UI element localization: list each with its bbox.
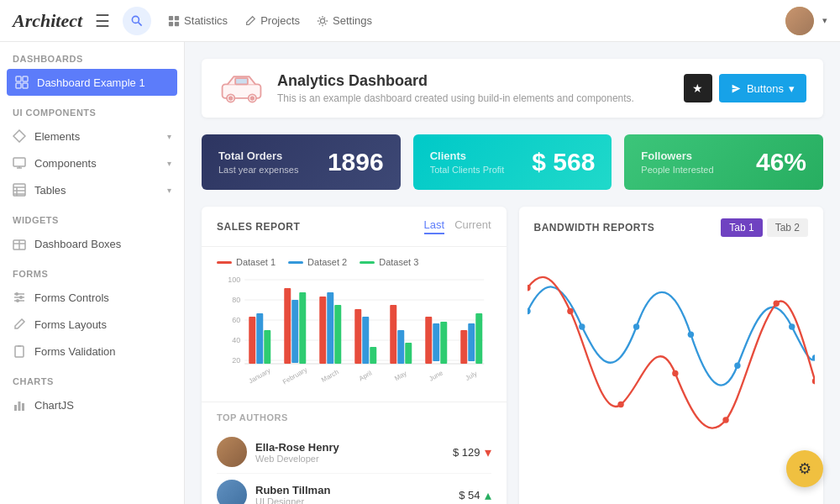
box-icon [13, 237, 26, 250]
section-charts: CHARTS [0, 365, 184, 391]
svg-text:March: March [320, 368, 340, 384]
section-ui-components: UI COMPONENTS [0, 96, 184, 123]
svg-rect-68 [440, 322, 447, 364]
buttons-button[interactable]: Buttons ▾ [719, 74, 806, 102]
svg-marker-11 [13, 130, 25, 142]
legend-dataset1: Dataset 1 [217, 257, 276, 267]
diamond-icon [13, 129, 26, 143]
chart-legend: Dataset 1 Dataset 2 Dataset 3 [217, 257, 491, 267]
table-icon [13, 183, 26, 197]
svg-rect-54 [284, 288, 291, 364]
svg-rect-52 [256, 313, 263, 364]
svg-rect-32 [18, 402, 21, 411]
components-chevron: ▾ [167, 159, 171, 168]
sidebar-item-forms-controls[interactable]: Forms Controls [0, 284, 184, 311]
svg-rect-29 [15, 346, 24, 357]
search-button[interactable] [123, 7, 151, 35]
bandwidth-tab-2[interactable]: Tab 2 [767, 218, 808, 237]
author-1: Ella-Rose Henry Web Developer $ 129 ▾ [217, 431, 491, 474]
svg-point-80 [579, 323, 585, 329]
bandwidth-tab-1[interactable]: Tab 1 [721, 218, 762, 237]
svg-rect-39 [235, 78, 248, 84]
car-icon [218, 72, 265, 104]
sliders-icon [13, 291, 26, 304]
svg-text:June: June [428, 369, 444, 383]
svg-point-88 [617, 402, 623, 407]
svg-rect-59 [334, 305, 341, 364]
stat-clients: Clients Total Clients Profit $ 568 [413, 134, 612, 190]
section-forms: FORMS [0, 257, 184, 284]
svg-point-83 [734, 363, 740, 369]
svg-rect-56 [299, 292, 306, 364]
svg-text:20: 20 [232, 356, 240, 365]
sidebar-item-dashboard-example[interactable]: Dashboard Example 1 [7, 69, 177, 96]
wave-chart [519, 249, 824, 459]
bandwidth-tabs: Tab 1 Tab 2 [721, 218, 808, 237]
tab-last[interactable]: Last [424, 218, 445, 234]
svg-point-37 [229, 97, 233, 100]
nav-projects[interactable]: Projects [244, 14, 300, 27]
avatar-chevron[interactable]: ▾ [822, 15, 827, 26]
svg-text:July: July [465, 370, 479, 382]
nav-settings[interactable]: Settings [317, 14, 372, 27]
clipboard-icon [13, 344, 26, 358]
svg-text:40: 40 [232, 336, 240, 344]
chart-icon [13, 398, 26, 412]
svg-rect-3 [175, 15, 179, 19]
star-button[interactable]: ★ [684, 74, 712, 102]
nav-statistics[interactable]: Statistics [168, 14, 228, 27]
svg-rect-2 [169, 15, 173, 19]
sidebar-item-forms-layouts[interactable]: Forms Layouts [0, 311, 184, 338]
svg-text:60: 60 [232, 316, 240, 324]
bandwidth-chart-svg [528, 257, 816, 459]
stats-row: Total Orders Last year expenses 1896 Cli… [202, 134, 823, 190]
svg-rect-61 [362, 317, 369, 364]
chart-area: Dataset 1 Dataset 2 Dataset 3 [202, 247, 507, 402]
tab-current[interactable]: Current [454, 218, 491, 234]
header-actions: ★ Buttons ▾ [684, 74, 806, 102]
svg-rect-63 [390, 305, 396, 364]
svg-rect-66 [425, 317, 432, 364]
user-avatar[interactable] [785, 7, 814, 35]
tables-chevron: ▾ [167, 186, 171, 195]
edit-icon [244, 15, 256, 27]
legend-dataset2: Dataset 2 [288, 257, 347, 267]
svg-rect-7 [16, 76, 21, 81]
svg-rect-12 [13, 158, 25, 166]
svg-point-79 [528, 308, 531, 314]
fab-button[interactable]: ⚙ [786, 450, 823, 487]
pencil-icon [13, 318, 26, 331]
svg-rect-53 [264, 330, 270, 364]
author-2: Ruben Tillman UI Designer $ 54 ▴ [217, 474, 491, 504]
sidebar-item-components[interactable]: Components ▾ [0, 150, 184, 176]
sidebar-item-dashboard-boxes[interactable]: Dashboard Boxes [0, 230, 184, 257]
svg-text:100: 100 [228, 276, 240, 284]
sidebar-item-forms-validation[interactable]: Forms Validation [0, 338, 184, 365]
hamburger-icon[interactable]: ☰ [95, 11, 110, 31]
svg-point-38 [251, 97, 255, 100]
legend-dataset3: Dataset 3 [360, 257, 418, 267]
stat-followers: Followers People Interested 46% [624, 134, 823, 190]
header-subtitle: This is an example dashboard created usi… [277, 92, 634, 104]
sidebar-item-elements[interactable]: Elements ▾ [0, 123, 184, 150]
author-1-avatar [217, 437, 247, 467]
header-card: Analytics Dashboard This is an example d… [202, 59, 823, 118]
svg-point-26 [15, 292, 18, 296]
svg-point-6 [320, 18, 324, 23]
svg-point-27 [19, 296, 23, 299]
svg-point-91 [773, 301, 779, 307]
main-layout: DASHBOARDS Dashboard Example 1 UI COMPON… [0, 42, 840, 504]
sidebar-item-tables[interactable]: Tables ▾ [0, 176, 184, 203]
svg-text:February: February [281, 366, 308, 386]
svg-point-28 [16, 299, 19, 302]
monitor-icon [13, 156, 26, 170]
sidebar-item-chartjs[interactable]: ChartJS [0, 391, 184, 418]
top-nav: Architect ☰ Statistics Projects Settings… [0, 0, 840, 42]
section-widgets: WIDGETS [0, 203, 184, 230]
svg-rect-31 [14, 405, 17, 411]
svg-point-82 [687, 332, 693, 338]
svg-rect-10 [23, 83, 28, 88]
svg-rect-65 [405, 343, 412, 364]
sales-report-card: SALES REPORT Last Current Dataset 1 [202, 207, 507, 504]
author-1-amount: $ 129 ▾ [453, 444, 491, 460]
